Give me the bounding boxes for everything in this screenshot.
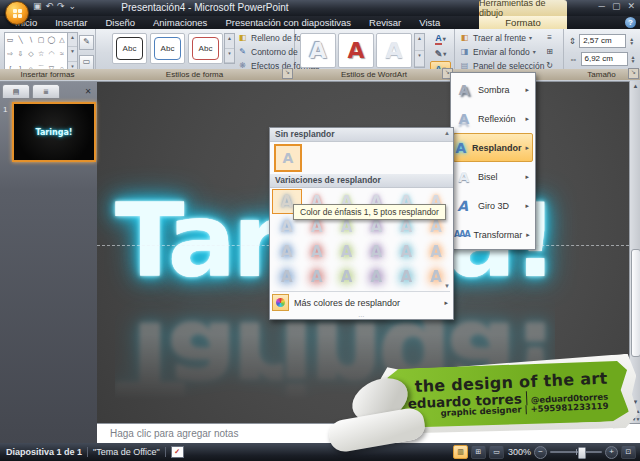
menu-item-giro-3d[interactable]: A Giro 3D ▸	[453, 191, 533, 220]
menu-resize-grip[interactable]: ⋯	[270, 312, 453, 319]
tab-presentacion[interactable]: Presentación con diapositivas	[216, 16, 360, 29]
submenu-arrow-icon: ▸	[525, 173, 532, 181]
slide-thumbnail[interactable]: Taringa!	[12, 102, 96, 162]
shape-glyph[interactable]: ∖	[26, 33, 36, 47]
text-outline-button[interactable]: ✎▾	[430, 46, 451, 61]
glow-variation[interactable]: A	[362, 264, 392, 289]
group-button[interactable]: ⊞	[544, 45, 555, 58]
submenu-arrow-icon: ▸	[526, 231, 533, 239]
glow-variation[interactable]: A	[391, 239, 421, 264]
gallery-scroll-down-icon[interactable]: ▼	[444, 283, 450, 289]
menu-item-bisel[interactable]: A Bisel ▸	[453, 162, 533, 191]
shape-glyph[interactable]: ≈	[57, 47, 67, 61]
scrollbar-thumb[interactable]	[631, 249, 640, 357]
submenu-arrow-icon: ▸	[525, 202, 532, 210]
menu-item-sombra[interactable]: A Sombra ▸	[453, 75, 533, 104]
scroll-up-icon[interactable]: ▲	[415, 34, 424, 51]
wordart-style-preview-3[interactable]: A	[376, 33, 412, 68]
tab-diapositivas[interactable]: ▤	[2, 84, 30, 98]
shape-glyph[interactable]: △	[57, 33, 67, 47]
shape-glyph[interactable]: ◠	[46, 47, 56, 61]
shape-glyph[interactable]: ◇	[26, 47, 36, 61]
help-icon[interactable]: ?	[625, 17, 636, 28]
tab-revisar[interactable]: Revisar	[360, 16, 410, 29]
reflection-icon: A	[454, 111, 474, 127]
width-stepper[interactable]: ▲▼	[631, 55, 636, 64]
panel-close-icon[interactable]: ✕	[81, 85, 95, 98]
bevel-icon: A	[454, 169, 474, 185]
glow-variation[interactable]: A	[272, 239, 302, 264]
save-icon[interactable]: ▣	[33, 1, 42, 11]
undo-icon[interactable]: ↶	[46, 1, 54, 11]
wordart-style-preview-2[interactable]: A	[338, 33, 374, 68]
submenu-arrow-icon: ▸	[525, 144, 532, 152]
glow-variation[interactable]: A	[302, 239, 332, 264]
shape-glyph[interactable]: ▭	[5, 33, 15, 47]
shape-style-preview-1[interactable]: Abc	[112, 33, 147, 64]
qat-more-icon[interactable]: ⌄	[69, 1, 77, 11]
text-fill-button[interactable]: A▾	[430, 31, 451, 46]
gallery-scroll-up-icon[interactable]: ▲	[444, 130, 450, 136]
gallery-more-icon[interactable]: ▾	[415, 51, 424, 68]
width-input[interactable]: 6,92 cm	[581, 52, 628, 66]
height-input[interactable]: 2,57 cm	[579, 34, 626, 48]
shape-style-preview-2[interactable]: Abc	[150, 33, 185, 64]
group-label-insertar-formas: Insertar formas	[0, 69, 95, 80]
tab-esquema[interactable]: ≣	[32, 84, 60, 98]
shape-glyph[interactable]: ⇨	[5, 47, 15, 61]
text-box-button[interactable]: ▭	[79, 55, 94, 70]
dialog-launcher-icon[interactable]: ↘	[628, 68, 639, 79]
enviar-al-fondo-button[interactable]: ◨ Enviar al fondo▾	[459, 45, 536, 58]
scroll-up-icon[interactable]: ▲	[225, 34, 234, 49]
align-button[interactable]: ≡	[544, 31, 555, 44]
glow-submenu: Sin resplandor ▲ A Variaciones de respla…	[269, 127, 454, 320]
shape-glyph[interactable]: ◯	[46, 33, 56, 47]
submenu-arrow-icon: ▸	[444, 299, 451, 307]
shape-glyph[interactable]: ▢	[36, 33, 46, 47]
spell-check-icon[interactable]: ✓	[171, 446, 184, 458]
align-icon: ≡	[544, 33, 555, 42]
glow-variation[interactable]: A	[421, 239, 451, 264]
wordart-scrollbar[interactable]: ▲ ▾	[414, 33, 425, 68]
scroll-up-icon[interactable]: ▲	[633, 81, 639, 91]
close-icon[interactable]: ✕	[627, 1, 635, 11]
scroll-up-icon[interactable]: ▲	[68, 33, 77, 47]
menu-item-resplandor[interactable]: A Resplandor ▸	[453, 133, 533, 162]
dialog-launcher-icon[interactable]: ↘	[282, 68, 293, 79]
more-glow-colors-item[interactable]: Más colores de resplandor ▸	[272, 294, 451, 311]
glow-variation[interactable]: A	[391, 264, 421, 289]
wordart-style-preview-1[interactable]: A	[300, 33, 336, 68]
maximize-icon[interactable]: ▢	[612, 1, 621, 11]
edit-shape-button[interactable]: ✎	[79, 35, 94, 50]
tab-animaciones[interactable]: Animaciones	[144, 16, 216, 29]
scroll-down-icon[interactable]: ▼	[68, 47, 77, 61]
no-glow-option[interactable]: A	[274, 144, 302, 172]
shape-glyph[interactable]: ☆	[36, 47, 46, 61]
glow-variation[interactable]: A	[362, 239, 392, 264]
height-stepper[interactable]: ▲▼	[629, 37, 634, 46]
minimize-icon[interactable]: ─	[599, 1, 605, 11]
tab-diseno[interactable]: Diseño	[96, 16, 144, 29]
tab-insertar[interactable]: Insertar	[46, 16, 96, 29]
text-effects-menu: A Sombra ▸ A Reflexión ▸ A Resplandor ▸ …	[450, 72, 536, 250]
glow-variation[interactable]: A	[332, 264, 362, 289]
redo-icon[interactable]: ↷	[57, 1, 65, 11]
quick-access-toolbar: ▣ ↶ ↷ ⌄	[33, 1, 76, 11]
rotation-3d-icon: A	[452, 198, 476, 214]
shape-glyph[interactable]: ⇩	[15, 47, 25, 61]
shape-glyph[interactable]: ╲	[15, 33, 25, 47]
menu-item-transformar[interactable]: AAA Transformar ▸	[453, 220, 533, 249]
banner-role: graphic designer	[440, 405, 521, 417]
shape-style-preview-3[interactable]: Abc	[188, 33, 223, 64]
paper-curl	[327, 406, 427, 454]
shape-style-scrollbar[interactable]: ▲ ▾	[224, 33, 235, 64]
traer-al-frente-button[interactable]: ◧ Traer al frente▾	[459, 31, 532, 44]
gallery-more-icon[interactable]: ▾	[225, 49, 234, 64]
glow-variation[interactable]: A	[272, 264, 302, 289]
tab-vista[interactable]: Vista	[410, 16, 449, 29]
office-button[interactable]	[5, 1, 29, 25]
glow-variation[interactable]: A	[302, 264, 332, 289]
color-wheel-tile	[272, 294, 289, 311]
menu-item-reflexion[interactable]: A Reflexión ▸	[453, 104, 533, 133]
glow-variation[interactable]: A	[332, 239, 362, 264]
